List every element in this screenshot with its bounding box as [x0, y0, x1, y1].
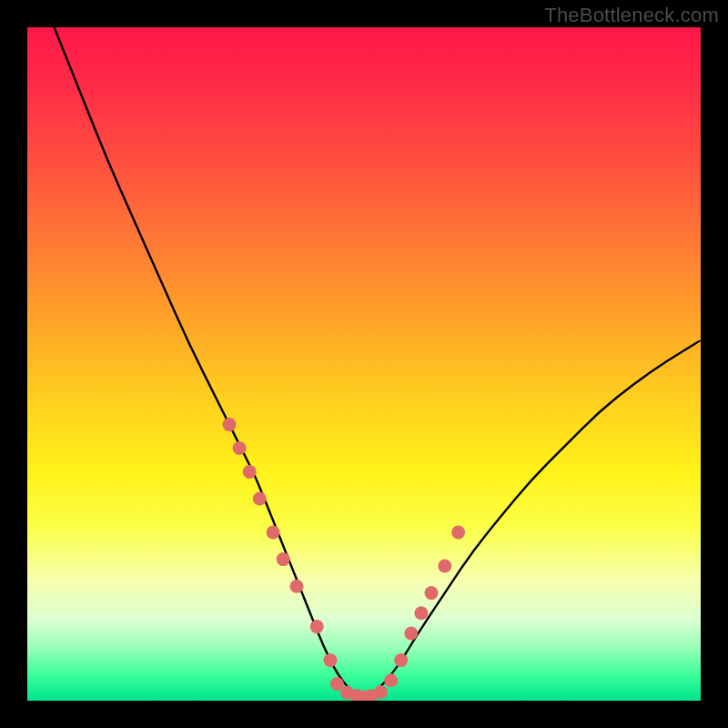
data-marker — [223, 418, 237, 431]
data-marker — [451, 526, 465, 540]
data-marker — [414, 606, 428, 620]
data-marker — [290, 580, 304, 593]
data-marker — [438, 560, 451, 573]
data-marker — [404, 627, 418, 641]
data-marker — [277, 552, 290, 566]
bottleneck-curve — [55, 27, 701, 695]
data-marker — [267, 526, 280, 540]
data-marker — [425, 586, 439, 600]
data-marker — [324, 653, 338, 667]
curve-layer — [27, 27, 701, 701]
data-marker — [233, 441, 247, 455]
data-marker — [253, 492, 267, 506]
chart-container: TheBottleneck.com — [0, 0, 728, 728]
data-marker — [384, 673, 398, 687]
plot-area — [27, 27, 701, 701]
data-marker — [374, 685, 388, 699]
data-marker — [243, 465, 257, 479]
watermark-text: TheBottleneck.com — [544, 4, 719, 27]
data-marker — [310, 620, 324, 633]
data-marker — [394, 653, 408, 667]
